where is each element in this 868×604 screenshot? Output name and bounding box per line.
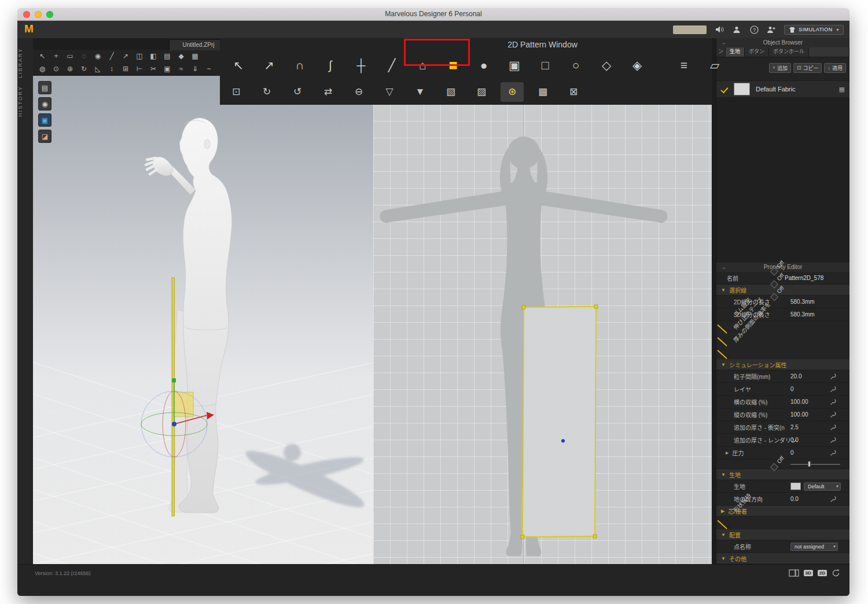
tack-tool[interactable]: ◆	[175, 50, 187, 62]
show-garment-tool[interactable]: ▽	[378, 82, 401, 102]
translate-gizmo-tool[interactable]: +	[50, 50, 62, 62]
arrangement-point-tool[interactable]: ⊙	[50, 63, 62, 75]
pleats-tool[interactable]: ≡	[671, 54, 697, 77]
project-tab[interactable]: Untitled.ZPrj	[169, 39, 228, 50]
internal-shape-tool[interactable]: ◈	[624, 54, 650, 77]
viewport-3d[interactable]: ▤◉▣◪	[33, 38, 373, 564]
object-browser-action-2[interactable]: ↓適用	[824, 63, 846, 73]
avatar-tape-tool[interactable]: ▦	[189, 50, 201, 62]
view-3d-badge[interactable]: 3D	[804, 570, 813, 576]
show-texture-tool[interactable]: ▨	[470, 82, 493, 102]
wrench-icon[interactable]	[830, 450, 837, 456]
wrench-icon[interactable]	[830, 437, 837, 444]
toggle-show-avatar-texture[interactable]: ◪	[38, 130, 52, 143]
property-section-7[interactable]: ▼シミュレーション属性	[716, 359, 849, 370]
wrench-icon[interactable]	[830, 373, 837, 380]
pin-box-tool[interactable]: ▣	[161, 63, 173, 75]
user-icon[interactable]	[732, 25, 741, 34]
show-sewing-tool[interactable]: ▧	[439, 82, 462, 102]
point-name-dropdown[interactable]: not assigned▾	[790, 543, 838, 551]
edit-sewing-3d-tool[interactable]: ↗	[120, 50, 131, 62]
fabric-dropdown[interactable]: Default▾	[804, 483, 841, 491]
panel-arrow-icon[interactable]: →	[721, 38, 726, 47]
property-value[interactable]: 2.5	[790, 424, 799, 430]
invite-user-icon[interactable]	[767, 25, 776, 34]
wrench-icon[interactable]	[830, 411, 837, 418]
object-browser-action-0[interactable]: +追加	[769, 63, 791, 73]
edit-pattern-tool[interactable]: ↗	[256, 54, 282, 77]
wind-tool[interactable]: ≈	[175, 63, 187, 75]
sound-icon[interactable]	[715, 25, 724, 34]
property-value[interactable]: 0.0	[790, 496, 799, 502]
ellipse-tool[interactable]: ●	[471, 54, 496, 77]
rotate-cw-tool[interactable]: ↻	[255, 82, 278, 102]
reset-arrangement-tool[interactable]: ↻	[78, 63, 90, 75]
property-section-22[interactable]: ▼その他	[716, 553, 849, 564]
triangle-right-icon[interactable]: ▶	[726, 451, 729, 455]
wrench-icon[interactable]	[830, 399, 837, 406]
property-value[interactable]: 0	[790, 386, 794, 392]
history-tab[interactable]: HISTORY	[17, 84, 33, 118]
pressure-slider-thumb[interactable]	[808, 461, 811, 467]
close-button[interactable]	[23, 11, 30, 18]
property-value[interactable]: 100.00	[790, 399, 808, 405]
fabric-grid-icon[interactable]: ▦	[839, 86, 845, 93]
move-pattern-3d-tool[interactable]: ⊕	[64, 63, 76, 75]
pleats-sewing-3d-tool[interactable]: ▤	[161, 50, 173, 62]
property-value[interactable]: 0	[790, 450, 794, 456]
library-tab[interactable]: LIBRARY	[17, 46, 33, 80]
zoom-button[interactable]	[46, 11, 53, 18]
property-value[interactable]: Pattern2D_578	[785, 275, 823, 281]
help-icon[interactable]: ?	[749, 25, 759, 34]
toggle-show-garment[interactable]: ▣	[38, 113, 52, 127]
pressure-slider-track[interactable]	[790, 464, 840, 465]
flip-horizontal-tool[interactable]: ⇄	[317, 82, 340, 102]
avatar-display-tool[interactable]: ◍	[36, 63, 48, 75]
measure-tool[interactable]: ⊢	[134, 63, 145, 75]
internal-rectangle-tool[interactable]: □	[532, 54, 558, 77]
fabric-swatch[interactable]	[734, 83, 750, 95]
wrench-icon[interactable]	[830, 496, 837, 503]
wrench-icon[interactable]	[830, 424, 837, 431]
toggle-show-arrangement-points[interactable]: ◉	[38, 97, 52, 111]
free-sewing-3d-tool[interactable]: ◧	[148, 50, 159, 62]
pin-tool[interactable]: ◉	[92, 50, 104, 62]
pattern-piece-outline[interactable]	[523, 307, 596, 537]
pen-3d-tool[interactable]: ╱	[106, 50, 117, 62]
object-browser-action-1[interactable]: ⊡コピー	[793, 63, 822, 73]
scene-3d[interactable]	[33, 38, 373, 564]
minimize-button[interactable]	[35, 11, 42, 18]
gravity-tool[interactable]: ⇓	[189, 63, 201, 75]
segment-sewing-3d-tool[interactable]: ◫	[134, 50, 145, 62]
seam-allowance-tool[interactable]: ▱	[702, 54, 727, 77]
scene-2d[interactable]	[373, 104, 712, 564]
pattern-piece[interactable]	[521, 305, 598, 539]
internal-ellipse-tool[interactable]: ○	[563, 54, 589, 77]
simulation-button[interactable]: SIMULATION ▾	[784, 25, 844, 35]
edit-curvature-tool[interactable]: ∩	[287, 54, 312, 77]
rectangle-tool[interactable]: ■	[440, 54, 466, 77]
toggle-show-avatar[interactable]: ▤	[38, 81, 52, 94]
scissors-tool[interactable]: ✂	[148, 63, 159, 75]
scale-pattern-tool[interactable]: ↕	[106, 63, 117, 75]
property-value[interactable]: 20.0	[790, 373, 801, 380]
mesh-edit-tool[interactable]: ⊠	[562, 82, 585, 102]
property-section-15[interactable]: ▼生地	[716, 469, 849, 480]
box-select-tool[interactable]: ▭	[64, 50, 76, 62]
pattern-center-point[interactable]	[561, 439, 565, 443]
select-move-tool[interactable]: ↖	[36, 50, 48, 62]
layout-icon[interactable]	[789, 569, 799, 577]
panel-arrow-icon[interactable]: →	[721, 263, 726, 272]
sync-garment-tool[interactable]: ▼	[409, 82, 432, 102]
dart-tool[interactable]: ◇	[594, 54, 619, 77]
internal-polygon-tool[interactable]: ▣	[502, 54, 527, 77]
steam-iron-tool[interactable]: ⊖	[347, 82, 370, 102]
view-2d-badge[interactable]: 2D	[818, 570, 827, 576]
transform-pattern-tool[interactable]: ↖	[226, 54, 251, 77]
object-browser-tab-3[interactable]: ボタンホール	[769, 47, 809, 57]
object-browser-tab-2[interactable]: ボタン	[745, 47, 769, 57]
property-value[interactable]: 0.0	[790, 437, 799, 443]
transform-2d-gizmo-tool[interactable]: ⊡	[225, 82, 248, 102]
remesh-tool[interactable]: ▩	[531, 82, 554, 102]
grid-snap-tool[interactable]: ⊞	[120, 63, 131, 75]
